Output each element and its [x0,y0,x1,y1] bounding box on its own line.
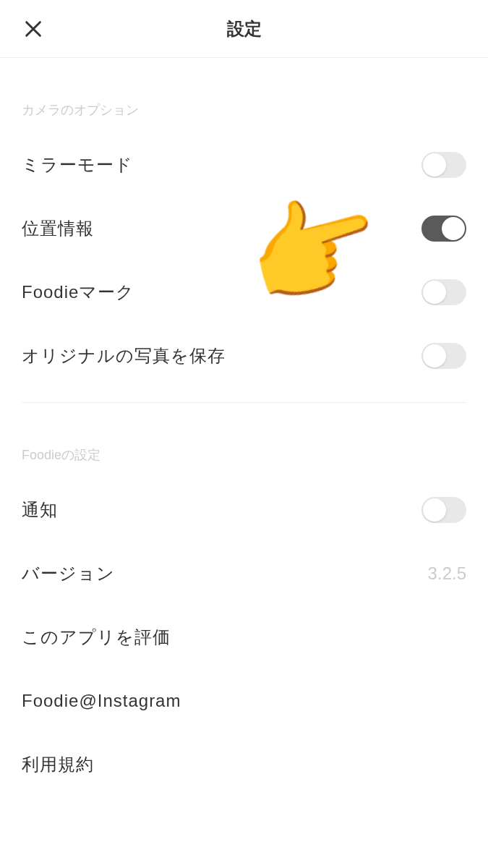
toggle-foodie-mark[interactable] [421,279,466,305]
row-foodie-mark: Foodieマーク [22,260,466,324]
row-rate-app[interactable]: このアプリを評価 [22,605,466,669]
label-save-original: オリジナルの写真を保存 [22,344,226,367]
toggle-knob [423,498,446,522]
toggle-location[interactable] [421,216,466,242]
section-header-foodie: Foodieの設定 [22,403,466,478]
close-button[interactable] [22,17,45,41]
row-instagram[interactable]: Foodie@Instagram [22,669,466,733]
value-version: 3.2.5 [428,563,466,584]
row-version: バージョン 3.2.5 [22,542,466,605]
row-terms[interactable]: 利用規約 [22,733,466,796]
row-save-original: オリジナルの写真を保存 [22,324,466,388]
label-mirror-mode: ミラーモード [22,153,133,176]
row-mirror-mode: ミラーモード [22,133,466,197]
label-notifications: 通知 [22,498,58,522]
header: 設定 [0,0,488,58]
label-instagram: Foodie@Instagram [22,691,181,711]
page-title: 設定 [227,17,262,41]
label-rate-app: このアプリを評価 [22,626,171,649]
label-terms: 利用規約 [22,753,94,776]
label-version: バージョン [22,562,115,585]
section-foodie-settings: Foodieの設定 通知 バージョン 3.2.5 このアプリを評価 Foodie… [0,403,488,796]
label-foodie-mark: Foodieマーク [22,281,134,304]
toggle-notifications[interactable] [421,497,466,523]
row-location: 位置情報 [22,197,466,260]
row-notifications: 通知 [22,478,466,542]
toggle-knob [442,217,465,240]
toggle-save-original[interactable] [421,343,466,369]
section-camera-options: カメラのオプション ミラーモード 位置情報 Foodieマーク オリジナルの写真… [0,58,488,388]
section-header-camera: カメラのオプション [22,58,466,133]
label-location: 位置情報 [22,217,94,240]
toggle-mirror-mode[interactable] [421,152,466,178]
toggle-knob [423,344,446,367]
toggle-knob [423,281,446,304]
toggle-knob [423,153,446,176]
close-icon [23,19,43,39]
